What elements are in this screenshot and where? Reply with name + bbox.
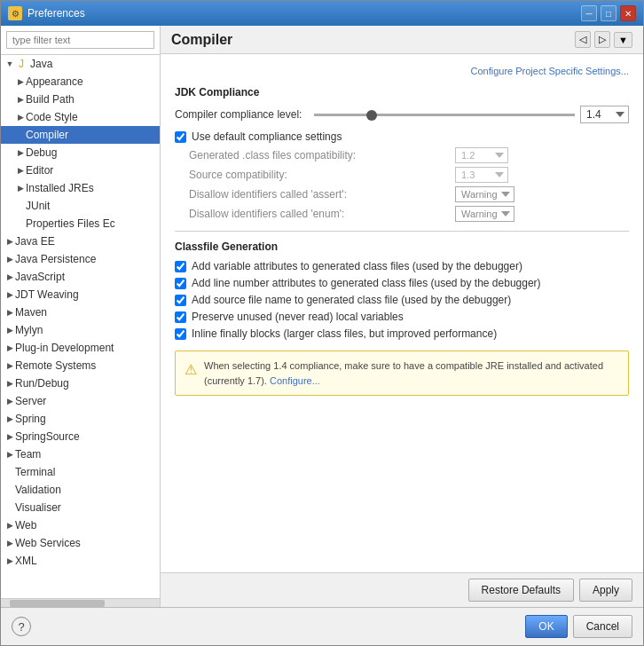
sidebar-item-visualiser[interactable]: Visualiser <box>1 499 160 516</box>
sidebar-item-editor[interactable]: ▶ Editor <box>1 162 160 179</box>
sidebar-item-junit[interactable]: JUnit <box>1 197 160 215</box>
sidebar-label-jdt-weaving: JDT Weaving <box>15 288 79 301</box>
checkbox4-row: Preserve unused (never read) local varia… <box>175 311 629 323</box>
sidebar-label-junit: JUnit <box>26 200 50 212</box>
use-default-label[interactable]: Use default compliance settings <box>192 130 342 143</box>
expand-arrow-javascript: ▶ <box>4 272 15 282</box>
disallow-enum-label: Disallow identifiers called 'enum': <box>189 208 455 220</box>
ok-button[interactable]: OK <box>525 615 567 638</box>
sidebar-item-javascript[interactable]: ▶ JavaScript <box>1 268 160 286</box>
window-title: Preferences <box>27 7 581 20</box>
sidebar-scrollbar[interactable] <box>1 598 160 607</box>
sidebar-item-spring[interactable]: ▶ Spring <box>1 410 160 428</box>
configure-link-area: Configure Project Specific Settings... <box>175 65 629 77</box>
sidebar-item-java[interactable]: ▼ J Java <box>1 55 160 73</box>
use-default-row: Use default compliance settings <box>175 130 629 143</box>
nav-dropdown-button[interactable]: ▼ <box>614 32 632 48</box>
sidebar-item-springsource[interactable]: ▶ SpringSource <box>1 428 160 445</box>
sidebar-label-springsource: SpringSource <box>15 430 80 443</box>
sidebar-label-web-services: Web Services <box>15 537 81 549</box>
configure-link-2[interactable]: Configure... <box>270 375 320 386</box>
sidebar-item-team[interactable]: ▶ Team <box>1 445 160 463</box>
sidebar-label-properties: Properties Files Ec <box>26 217 115 230</box>
compliance-level-dropdown[interactable]: 1.4 1.5 1.6 1.7 <box>580 106 629 123</box>
main-header: Compiler ◁ ▷ ▼ <box>161 26 643 54</box>
sidebar-item-java-ee[interactable]: ▶ Java EE <box>1 232 160 250</box>
sidebar-item-installed-jres[interactable]: ▶ Installed JREs <box>1 179 160 197</box>
checkbox4-label[interactable]: Preserve unused (never read) local varia… <box>192 311 404 323</box>
sidebar-item-maven[interactable]: ▶ Maven <box>1 303 160 321</box>
search-input[interactable] <box>6 31 154 49</box>
sidebar-item-remote-systems[interactable]: ▶ Remote Systems <box>1 357 160 374</box>
sidebar-item-jdt-weaving[interactable]: ▶ JDT Weaving <box>1 286 160 303</box>
sidebar-item-xml[interactable]: ▶ XML <box>1 552 160 570</box>
sidebar-label-web: Web <box>15 519 36 532</box>
sidebar-item-java-persistence[interactable]: ▶ Java Persistence <box>1 250 160 268</box>
generated-class-value: 1.2 <box>455 147 508 163</box>
help-button[interactable]: ? <box>12 617 31 636</box>
checkbox5[interactable] <box>175 328 186 340</box>
sidebar-item-web-services[interactable]: ▶ Web Services <box>1 534 160 552</box>
sidebar-item-properties-files[interactable]: Properties Files Ec <box>1 215 160 232</box>
checkbox5-row: Inline finally blocks (larger class file… <box>175 327 629 340</box>
generated-class-dropdown: 1.2 <box>455 147 508 163</box>
warning-icon: ⚠ <box>185 359 197 381</box>
sidebar-item-debug[interactable]: ▶ Debug <box>1 144 160 162</box>
sidebar-item-appearance[interactable]: ▶ Appearance <box>1 73 160 91</box>
expand-arrow-java: ▼ <box>4 59 15 69</box>
minimize-button[interactable]: ─ <box>581 5 597 21</box>
sidebar-label-debug: Debug <box>26 146 57 159</box>
forward-button[interactable]: ▷ <box>594 31 610 48</box>
tree-area: ▼ J Java ▶ Appearance ▶ Build Path ▶ Cod… <box>1 55 160 598</box>
checkbox5-label[interactable]: Inline finally blocks (larger class file… <box>192 327 497 340</box>
use-default-checkbox[interactable] <box>175 131 186 143</box>
configure-project-link[interactable]: Configure Project Specific Settings... <box>470 66 629 76</box>
sidebar-item-mylyn[interactable]: ▶ Mylyn <box>1 321 160 339</box>
sidebar-label-run-debug: Run/Debug <box>15 377 69 390</box>
back-button[interactable]: ◁ <box>575 31 591 48</box>
source-compat-value: 1.3 <box>455 167 508 183</box>
checkbox3-label[interactable]: Add source file name to generated class … <box>192 294 511 306</box>
expand-arrow-maven: ▶ <box>4 307 15 318</box>
checkbox3[interactable] <box>175 295 186 306</box>
sidebar-label-terminal: Terminal <box>15 466 55 478</box>
sidebar-item-code-style[interactable]: ▶ Code Style <box>1 108 160 126</box>
sidebar-item-plugin-development[interactable]: ▶ Plug-in Development <box>1 339 160 357</box>
main-panel: Compiler ◁ ▷ ▼ Configure Project Specifi… <box>161 26 643 607</box>
compliance-slider-track <box>314 114 575 116</box>
source-compat-row: Source compatibility: 1.3 <box>175 167 629 183</box>
toolbar-nav: ◁ ▷ ▼ <box>575 31 632 48</box>
sidebar-item-server[interactable]: ▶ Server <box>1 392 160 410</box>
checkbox4[interactable] <box>175 311 186 323</box>
sidebar-item-build-path[interactable]: ▶ Build Path <box>1 91 160 108</box>
expand-arrow-spring: ▶ <box>4 414 15 424</box>
sidebar-label-java-ee: Java EE <box>15 235 55 248</box>
checkbox2[interactable] <box>175 278 186 289</box>
disallow-assert-dropdown[interactable]: Warning Error Ignore <box>455 186 514 202</box>
disallow-assert-row: Disallow identifiers called 'assert': Wa… <box>175 186 629 202</box>
sidebar-item-web[interactable]: ▶ Web <box>1 516 160 534</box>
cancel-button[interactable]: Cancel <box>573 615 632 638</box>
checkbox1[interactable] <box>175 261 186 272</box>
panel-footer: Restore Defaults Apply <box>161 572 643 607</box>
restore-defaults-button[interactable]: Restore Defaults <box>468 579 574 602</box>
sidebar-item-run-debug[interactable]: ▶ Run/Debug <box>1 374 160 392</box>
dialog-footer: ? OK Cancel <box>1 607 643 645</box>
checkbox2-label[interactable]: Add line number attributes to generated … <box>192 277 541 289</box>
sidebar-label-appearance: Appearance <box>26 75 83 88</box>
disallow-enum-value: Warning Error Ignore <box>455 206 514 222</box>
sidebar-item-validation[interactable]: Validation <box>1 481 160 499</box>
maximize-button[interactable]: □ <box>601 5 617 21</box>
checkbox1-label[interactable]: Add variable attributes to generated cla… <box>192 260 522 272</box>
apply-button[interactable]: Apply <box>579 579 632 602</box>
expand-arrow-installed-jres: ▶ <box>15 183 26 193</box>
checkbox2-row: Add line number attributes to generated … <box>175 277 629 289</box>
disallow-enum-dropdown[interactable]: Warning Error Ignore <box>455 206 514 222</box>
expand-arrow-springsource: ▶ <box>4 431 15 442</box>
sidebar-item-terminal[interactable]: Terminal <box>1 463 160 481</box>
close-button[interactable]: ✕ <box>620 5 636 21</box>
sidebar-label-validation: Validation <box>15 484 61 496</box>
sidebar-label-spring: Spring <box>15 413 46 425</box>
sidebar-item-compiler[interactable]: Compiler <box>1 126 160 144</box>
sidebar-label-xml: XML <box>15 555 37 567</box>
